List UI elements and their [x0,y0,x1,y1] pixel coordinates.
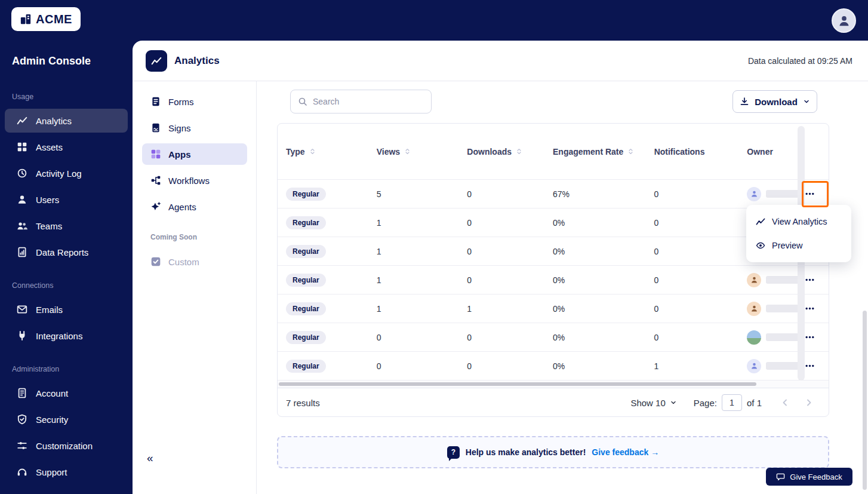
previous-page-button[interactable] [777,395,793,410]
download-icon [740,97,749,106]
type-badge: Regular [286,360,326,373]
ellipsis-icon [805,275,815,285]
apps-analytics-table: Type Views Downloads Engagement Rate [277,123,829,417]
table-row: Regular 5 0 67% 0 [278,180,829,208]
sidebar-item-integrations[interactable]: Integrations [5,324,128,348]
subnav-item-agents[interactable]: Agents [142,196,247,217]
help-bubble-icon: ? [447,446,460,459]
subnav-item-workflows[interactable]: Workflows [142,170,247,191]
menu-item-preview[interactable]: Preview [746,234,851,257]
type-badge: Regular [286,188,326,201]
column-header-downloads[interactable]: Downloads [467,147,553,157]
sidebar-title: Admin Console [12,55,91,67]
give-feedback-link[interactable]: Give feedback → [592,447,659,457]
results-count: 7 results [286,398,320,408]
sidebar-item-teams[interactable]: Teams [5,214,128,238]
table-footer: 7 results Show 10 Page: of 1 [278,388,829,417]
workflow-icon [150,175,161,186]
users-icon [17,220,27,231]
checkbox-check-icon [150,256,161,267]
owner-cell [747,330,799,345]
notifications-value: 0 [654,218,747,228]
downloads-value: 0 [467,189,553,199]
acme-logo[interactable]: ACME [11,7,81,31]
type-badge: Regular [286,274,326,287]
report-icon [17,247,27,257]
analytics-content: Download Type Views Downloads [257,81,868,494]
admin-sidebar: Admin Console Usage Analytics Assets Act… [0,41,133,494]
search-input[interactable] [313,90,431,113]
user-icon [17,194,27,205]
downloads-value: 0 [467,361,553,371]
envelope-icon [17,304,27,315]
row-actions-menu: View Analytics Preview [746,205,851,262]
sidebar-item-assets[interactable]: Assets [5,135,128,159]
ellipsis-icon [805,361,815,371]
downloads-value: 0 [467,333,553,342]
search-box [290,90,432,113]
column-header-type[interactable]: Type [286,147,377,157]
owner-avatar [747,302,761,316]
floating-give-feedback-button[interactable]: Give Feedback [766,468,852,486]
engagement-value: 0% [553,275,654,285]
next-page-button[interactable] [801,395,817,410]
menu-item-view-analytics[interactable]: View Analytics [746,210,851,234]
analytics-header-icon [146,50,167,72]
sidebar-item-analytics[interactable]: Analytics [5,109,128,133]
collapse-sidebar-button[interactable]: « [147,452,153,465]
sort-icon [515,148,523,155]
sidebar-item-support[interactable]: Support [5,460,128,484]
ellipsis-icon [805,303,815,314]
sort-icon [309,148,316,155]
owner-cell [747,359,799,373]
coming-soon-label: Coming Soon [150,233,197,241]
page-label: Page: [694,398,717,408]
type-badge: Regular [286,216,326,229]
sidebar-item-activity-log[interactable]: Activity Log [5,161,128,185]
sort-icon [627,148,635,155]
column-header-engagement-rate[interactable]: Engagement Rate [553,147,654,157]
sidebar-item-users[interactable]: Users [5,188,128,211]
analytics-subnav: Forms Signs Apps Workflows Agents Coming… [133,81,257,494]
section-label-connections: Connections [12,281,54,290]
table-row: Regular 1 0 0% 0 [278,266,829,294]
ellipsis-icon [805,189,815,199]
column-header-views[interactable]: Views [377,147,467,157]
sidebar-item-account[interactable]: Account [5,381,128,405]
owner-avatar [747,359,761,373]
downloads-value: 0 [467,275,553,285]
owner-avatar [747,187,761,201]
page-of-label: of 1 [747,398,762,408]
user-avatar[interactable] [832,8,856,33]
chart-line-icon [151,56,162,66]
data-calculated-status: Data calculated at 09:25 AM [748,56,852,66]
download-button[interactable]: Download [732,90,817,113]
signature-document-icon [150,122,161,133]
notifications-value: 0 [654,247,747,256]
sidebar-item-security[interactable]: Security [5,407,128,431]
owner-avatar [747,273,761,287]
sidebar-item-customization[interactable]: Customization [5,434,128,458]
downloads-value: 1 [467,304,553,314]
table-row: Regular 0 0 0% 0 [278,323,829,352]
subnav-item-custom: Custom [142,251,247,272]
headset-icon [17,467,27,477]
main-panel: Analytics Data calculated at 09:25 AM Fo… [133,41,868,494]
views-value: 1 [377,218,467,228]
page-vertical-scrollbar[interactable] [863,311,867,490]
sidebar-item-emails[interactable]: Emails [5,297,128,321]
subnav-item-forms[interactable]: Forms [142,91,247,112]
page-number-input[interactable] [722,394,742,411]
show-per-page-select[interactable]: Show 10 [630,398,676,408]
engagement-value: 0% [553,218,654,228]
subnav-item-apps[interactable]: Apps [142,143,247,165]
clock-icon [17,168,27,179]
sidebar-item-data-reports[interactable]: Data Reports [5,240,128,264]
table-horizontal-scrollbar-thumb[interactable] [279,382,756,386]
chart-line-icon [17,115,27,126]
document-icon [17,388,27,398]
notifications-value: 0 [654,275,747,285]
subnav-item-signs[interactable]: Signs [142,117,247,139]
owner-avatar [747,330,761,345]
engagement-value: 0% [553,304,654,314]
